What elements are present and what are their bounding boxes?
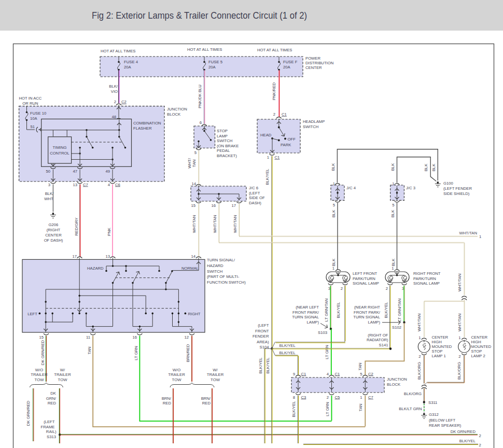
svg-text:SIGNAL LAMP: SIGNAL LAMP bbox=[413, 281, 440, 286]
svg-text:S141: S141 bbox=[379, 343, 388, 347]
svg-text:BLK/YEL: BLK/YEL bbox=[291, 401, 296, 417]
svg-text:FRAME: FRAME bbox=[41, 425, 55, 429]
svg-text:BLK/YEL: BLK/YEL bbox=[280, 343, 296, 348]
svg-text:BLK: BLK bbox=[331, 209, 336, 217]
svg-text:HOT AT ALL TIMES: HOT AT ALL TIMES bbox=[101, 49, 136, 53]
svg-text:BLK/YEL: BLK/YEL bbox=[266, 357, 270, 374]
svg-text:(RIGHT OF: (RIGHT OF bbox=[368, 333, 388, 338]
svg-text:C5: C5 bbox=[335, 395, 340, 400]
svg-text:DK GRN/RED: DK GRN/RED bbox=[451, 429, 476, 434]
svg-text:RADIATOR): RADIATOR) bbox=[367, 338, 388, 342]
svg-text:(LEFT: (LEFT bbox=[258, 323, 269, 328]
svg-text:14: 14 bbox=[191, 181, 196, 186]
svg-text:TOW: TOW bbox=[35, 377, 45, 382]
svg-text:TOW: TOW bbox=[211, 377, 220, 382]
svg-text:SWITCH: SWITCH bbox=[217, 138, 232, 143]
svg-text:NORMAL: NORMAL bbox=[181, 266, 199, 271]
svg-text:SIGNAL LAMP: SIGNAL LAMP bbox=[353, 281, 379, 286]
svg-text:FRONT: FRONT bbox=[255, 329, 269, 333]
svg-text:CENTER: CENTER bbox=[432, 335, 449, 340]
svg-text:J/C 3: J/C 3 bbox=[406, 186, 415, 190]
svg-text:1: 1 bbox=[418, 335, 421, 340]
svg-text:2: 2 bbox=[479, 433, 481, 438]
svg-text:LAMP 1: LAMP 1 bbox=[432, 354, 446, 358]
svg-text:WHT/: WHT/ bbox=[187, 158, 192, 169]
svg-text:CENTER: CENTER bbox=[45, 233, 62, 237]
svg-text:5: 5 bbox=[333, 203, 335, 207]
svg-text:BLK/YEL: BLK/YEL bbox=[280, 351, 296, 355]
svg-text:SIDE OF: SIDE OF bbox=[249, 195, 265, 200]
svg-text:J/C 6: J/C 6 bbox=[249, 186, 258, 190]
svg-text:RIGHT: RIGHT bbox=[188, 312, 201, 316]
svg-text:BRN/RED: BRN/RED bbox=[186, 344, 190, 362]
svg-text:W/: W/ bbox=[213, 368, 218, 372]
svg-text:3: 3 bbox=[328, 286, 330, 291]
svg-text:HOT AT ALL TIMES: HOT AT ALL TIMES bbox=[257, 48, 292, 52]
svg-text:49: 49 bbox=[105, 169, 110, 174]
svg-text:FENDER: FENDER bbox=[253, 334, 269, 339]
svg-text:W/O: W/O bbox=[173, 368, 180, 372]
svg-text:POWER: POWER bbox=[305, 56, 320, 61]
svg-text:MOUNTED: MOUNTED bbox=[432, 344, 452, 349]
svg-text:DK GRN/RED: DK GRN/RED bbox=[40, 340, 45, 365]
svg-text:(ON BRAKE: (ON BRAKE bbox=[217, 144, 239, 148]
svg-text:8: 8 bbox=[293, 395, 295, 400]
svg-text:FUSE 5: FUSE 5 bbox=[208, 60, 222, 64]
svg-text:OR RUN: OR RUN bbox=[22, 101, 38, 106]
svg-text:G100: G100 bbox=[443, 181, 453, 186]
svg-text:(LEFT: (LEFT bbox=[44, 419, 55, 424]
svg-text:C6: C6 bbox=[115, 183, 120, 187]
svg-text:1: 1 bbox=[360, 395, 362, 400]
svg-text:17: 17 bbox=[231, 203, 236, 208]
svg-text:C1: C1 bbox=[335, 372, 340, 376]
svg-text:BLK: BLK bbox=[431, 163, 436, 171]
svg-text:C7: C7 bbox=[368, 395, 373, 400]
svg-text:DK GRN/RED: DK GRN/RED bbox=[26, 400, 31, 426]
svg-text:OFF: OFF bbox=[288, 137, 296, 142]
svg-text:LEFT: LEFT bbox=[27, 312, 37, 316]
svg-text:17: 17 bbox=[72, 254, 77, 259]
svg-text:SWITCH: SWITCH bbox=[207, 269, 222, 274]
svg-text:LAMP): LAMP) bbox=[307, 320, 319, 325]
svg-text:TAN: TAN bbox=[358, 404, 363, 412]
svg-text:VIO: VIO bbox=[111, 89, 118, 94]
svg-text:WHT: WHT bbox=[44, 197, 53, 201]
svg-text:TAN: TAN bbox=[358, 363, 362, 371]
svg-text:FUSE F: FUSE F bbox=[283, 60, 298, 64]
svg-text:W/: W/ bbox=[60, 368, 65, 372]
svg-text:C2: C2 bbox=[368, 372, 373, 376]
svg-text:HIGH: HIGH bbox=[432, 340, 442, 344]
svg-text:C1: C1 bbox=[301, 372, 306, 376]
svg-text:WHT/TAN: WHT/TAN bbox=[417, 314, 422, 331]
svg-text:15: 15 bbox=[191, 203, 195, 208]
svg-text:TRAILER: TRAILER bbox=[31, 372, 48, 377]
svg-text:PNK/RED: PNK/RED bbox=[272, 82, 276, 100]
svg-text:13: 13 bbox=[105, 254, 110, 259]
svg-text:13: 13 bbox=[73, 183, 77, 187]
svg-text:RIGHT FRONT: RIGHT FRONT bbox=[413, 271, 441, 276]
svg-text:9: 9 bbox=[293, 372, 295, 376]
svg-text:2: 2 bbox=[458, 354, 460, 359]
svg-text:WHT/TAN: WHT/TAN bbox=[233, 215, 237, 233]
svg-text:BRN/: BRN/ bbox=[162, 396, 172, 401]
svg-text:J/C 4: J/C 4 bbox=[346, 186, 356, 190]
svg-text:BLK/YEL: BLK/YEL bbox=[384, 302, 388, 318]
svg-text:FUSE 10: FUSE 10 bbox=[30, 111, 46, 116]
svg-text:1: 1 bbox=[267, 155, 269, 160]
svg-text:WHT/TAN: WHT/TAN bbox=[213, 215, 217, 233]
svg-text:BLK/ORG: BLK/ORG bbox=[457, 362, 462, 380]
svg-text:TURN SIGNAL/: TURN SIGNAL/ bbox=[207, 258, 235, 262]
svg-text:RAIL): RAIL) bbox=[46, 429, 57, 434]
svg-text:STOP: STOP bbox=[471, 349, 482, 354]
svg-text:4: 4 bbox=[327, 372, 329, 376]
svg-text:BLK/: BLK/ bbox=[109, 84, 118, 89]
svg-text:DASH): DASH) bbox=[249, 201, 261, 205]
svg-text:HEAD: HEAD bbox=[260, 133, 272, 137]
svg-text:G312: G312 bbox=[429, 412, 439, 417]
svg-text:CONTROL: CONTROL bbox=[50, 151, 69, 156]
svg-text:PEDAL: PEDAL bbox=[217, 148, 230, 153]
svg-text:HEADLAMP: HEADLAMP bbox=[303, 119, 325, 124]
svg-text:BLK: BLK bbox=[331, 258, 336, 266]
svg-text:LT GRN: LT GRN bbox=[325, 402, 330, 416]
svg-text:BLK: BLK bbox=[391, 258, 396, 266]
